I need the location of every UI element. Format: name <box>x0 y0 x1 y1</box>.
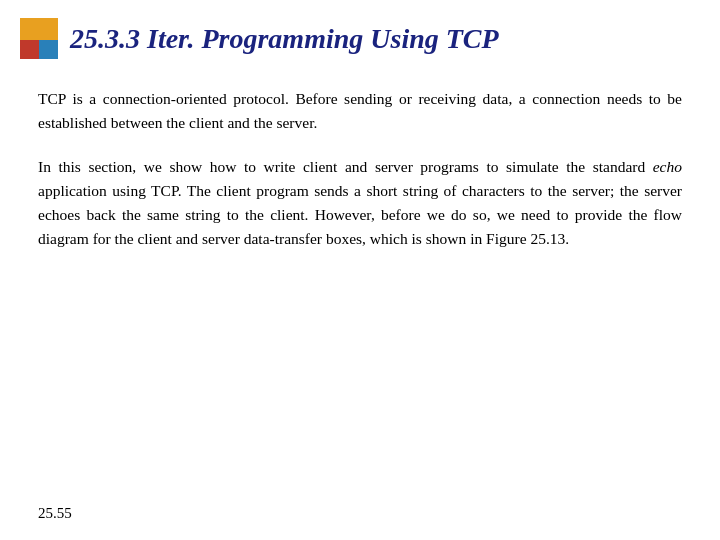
block-bottom-row <box>20 40 58 59</box>
paragraph-2-part2: application using TCP. The client progra… <box>38 182 682 247</box>
color-blocks <box>20 18 58 59</box>
paragraph-2-part1: In this section, we show how to write cl… <box>38 158 653 175</box>
page-container: 25.3.3 Iter. Programming Using TCP TCP i… <box>0 0 720 540</box>
paragraph-1-text: TCP is a connection-oriented protocol. B… <box>38 90 682 131</box>
paragraph-1: TCP is a connection-oriented protocol. B… <box>38 87 682 135</box>
paragraph-2-italic: echo <box>653 158 682 175</box>
block-bottom-right <box>39 40 58 59</box>
block-bottom-left <box>20 40 39 59</box>
block-top <box>20 18 58 40</box>
page-title: 25.3.3 Iter. Programming Using TCP <box>70 23 499 55</box>
content-area: TCP is a connection-oriented protocol. B… <box>0 69 720 281</box>
paragraph-2: In this section, we show how to write cl… <box>38 155 682 251</box>
header: 25.3.3 Iter. Programming Using TCP <box>0 0 720 69</box>
page-number: 25.55 <box>38 505 72 522</box>
